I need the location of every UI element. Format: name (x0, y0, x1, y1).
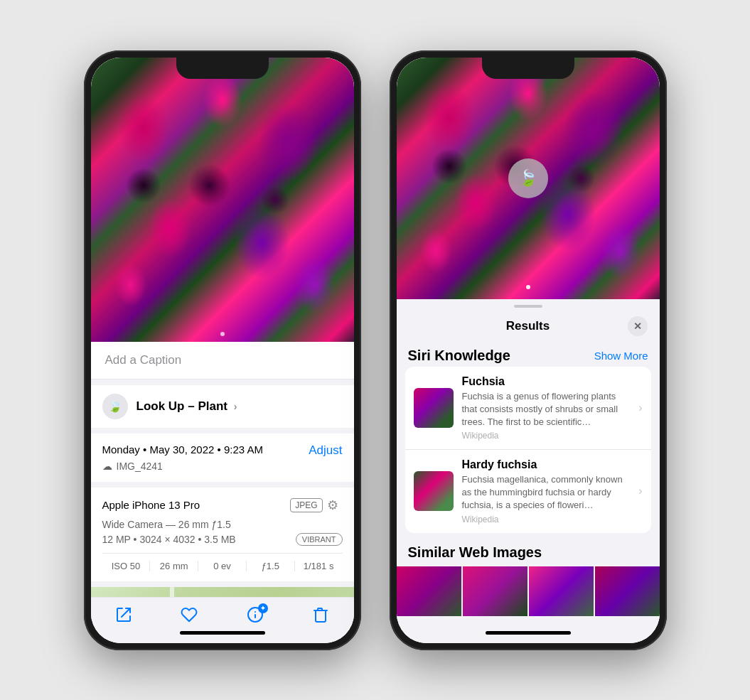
leaf-icon: 🍃 (108, 399, 122, 413)
caption-input[interactable]: Add a Caption (105, 353, 182, 367)
screen-content: Add a Caption 🍃 Look Up – Plant › (91, 58, 354, 643)
home-indicator (180, 631, 265, 635)
vibrant-badge: VIBRANT (296, 533, 343, 546)
similar-image-4[interactable] (595, 566, 660, 616)
similar-image-1[interactable] (397, 566, 461, 616)
left-phone: Add a Caption 🍃 Look Up – Plant › (84, 50, 361, 650)
similar-image-2[interactable] (463, 566, 527, 616)
similar-images-section: Similar Web Images (397, 542, 660, 616)
volume-down-button[interactable] (84, 166, 85, 188)
cloud-icon: ☁ (102, 461, 112, 472)
close-button[interactable]: ✕ (628, 316, 648, 336)
exif-shutter: 1/181 s (295, 561, 343, 571)
visual-lookup-icon: 🍃 (518, 169, 537, 188)
device-name: Apple iPhone 13 Pro (102, 499, 200, 511)
exif-ev: 0 ev (198, 561, 247, 571)
hardy-fuchsia-thumbnail (414, 471, 454, 511)
photo-date: Monday • May 30, 2022 • 9:23 AM (102, 443, 263, 456)
format-badge: JPEG (290, 498, 322, 512)
page-indicator (220, 332, 225, 336)
results-content[interactable]: Siri Knowledge Show More Fuchsia Fuchsia… (397, 342, 660, 643)
meta-date-row: Monday • May 30, 2022 • 9:23 AM Adjust (102, 443, 343, 458)
info-button[interactable]: ✦ (247, 606, 264, 623)
info-scroll-area[interactable]: Add a Caption 🍃 Look Up – Plant › (91, 342, 354, 597)
knowledge-card: Fuchsia Fuchsia is a genus of flowering … (405, 367, 651, 533)
meta-section: Monday • May 30, 2022 • 9:23 AM Adjust ☁… (91, 434, 354, 482)
hardy-fuchsia-source: Wikipedia (462, 515, 631, 524)
photo-area[interactable] (91, 58, 354, 342)
results-sheet: Results ✕ Siri Knowledge Show More (397, 299, 660, 643)
show-more-button[interactable]: Show More (594, 350, 648, 362)
exif-iso: ISO 50 (102, 561, 151, 571)
lookup-bold: Look Up – (136, 399, 195, 413)
right-volume-up-button[interactable] (390, 136, 390, 158)
notch (176, 58, 269, 79)
mp-text: 12 MP • 3024 × 4032 • 3.5 MB (102, 534, 236, 545)
knowledge-item-fuchsia[interactable]: Fuchsia Fuchsia is a genus of flowering … (405, 367, 651, 451)
favorite-button[interactable] (181, 606, 198, 623)
hardy-fuchsia-info: Hardy fuchsia Fuchsia magellanica, commo… (462, 458, 631, 524)
map-background (91, 587, 354, 597)
knowledge-item-hardy-fuchsia[interactable]: Hardy fuchsia Fuchsia magellanica, commo… (405, 450, 651, 533)
siri-knowledge-title: Siri Knowledge (408, 348, 510, 364)
power-button[interactable] (360, 129, 361, 171)
lookup-icon: 🍃 (102, 394, 128, 419)
right-photo-area[interactable]: 🍃 (397, 58, 660, 299)
results-header: Results ✕ (397, 308, 660, 342)
visual-lookup-dot (526, 285, 530, 289)
siri-knowledge-header: Siri Knowledge Show More (397, 342, 660, 367)
right-screen-content: 🍃 Results ✕ Siri Knowledge (397, 58, 660, 643)
lookup-row[interactable]: 🍃 Look Up – Plant › (91, 385, 354, 428)
lookup-chevron: › (234, 401, 237, 412)
device-section: Apple iPhone 13 Pro JPEG ⚙ Wide Camera —… (91, 488, 354, 581)
right-power-button[interactable] (666, 129, 667, 171)
fuchsia-thumbnail (414, 388, 454, 428)
similar-images-title: Similar Web Images (397, 542, 660, 566)
hardy-fuchsia-description: Fuchsia magellanica, commonly known as t… (462, 473, 631, 512)
map-road-v (170, 587, 174, 597)
info-badge: ✦ (258, 603, 268, 613)
right-home-indicator (486, 631, 571, 635)
right-notch (482, 58, 574, 79)
lookup-regular: Plant (198, 399, 227, 413)
flower-photo (91, 58, 354, 342)
fuchsia-description: Fuchsia is a genus of flowering plants t… (462, 390, 631, 429)
bottom-toolbar: ✦ (91, 597, 354, 643)
left-phone-screen: Add a Caption 🍃 Look Up – Plant › (91, 58, 354, 643)
adjust-button[interactable]: Adjust (309, 443, 342, 458)
camera-detail: Wide Camera — 26 mm ƒ1.5 (102, 519, 343, 530)
similar-images-grid[interactable] (397, 566, 660, 616)
silent-switch[interactable] (84, 107, 85, 124)
format-badges: JPEG ⚙ (290, 497, 342, 513)
share-button[interactable] (115, 606, 132, 623)
fuchsia-info: Fuchsia Fuchsia is a genus of flowering … (462, 375, 631, 441)
hardy-fuchsia-chevron-icon: › (638, 485, 642, 497)
right-phone: 🍃 Results ✕ Siri Knowledge (390, 50, 667, 650)
fuchsia-name: Fuchsia (462, 375, 631, 388)
similar-image-3[interactable] (529, 566, 594, 616)
exif-focal: 26 mm (150, 561, 198, 571)
lookup-label: Look Up – Plant › (136, 399, 237, 414)
right-phone-screen: 🍃 Results ✕ Siri Knowledge (397, 58, 660, 643)
device-row: Apple iPhone 13 Pro JPEG ⚙ (102, 497, 343, 513)
results-title: Results (506, 319, 550, 333)
right-volume-down-button[interactable] (390, 166, 390, 188)
fuchsia-source: Wikipedia (462, 431, 631, 441)
exif-row: ISO 50 26 mm 0 ev ƒ1.5 1/181 s (102, 553, 343, 571)
meta-filename-row: ☁ IMG_4241 (102, 461, 343, 472)
mp-row: 12 MP • 3024 × 4032 • 3.5 MB VIBRANT (102, 533, 343, 546)
settings-icon[interactable]: ⚙ (327, 497, 343, 513)
delete-button[interactable] (312, 606, 329, 623)
volume-up-button[interactable] (84, 136, 85, 158)
close-icon: ✕ (633, 321, 642, 332)
right-silent-switch[interactable] (390, 107, 390, 124)
fuchsia-chevron-icon: › (638, 402, 642, 414)
hardy-fuchsia-name: Hardy fuchsia (462, 458, 631, 471)
visual-lookup-button[interactable]: 🍃 (508, 158, 548, 198)
flower-overlay (91, 58, 354, 342)
caption-section[interactable]: Add a Caption (91, 342, 354, 379)
map-section[interactable] (91, 587, 354, 597)
filename: IMG_4241 (117, 461, 163, 472)
exif-aperture: ƒ1.5 (247, 561, 295, 571)
